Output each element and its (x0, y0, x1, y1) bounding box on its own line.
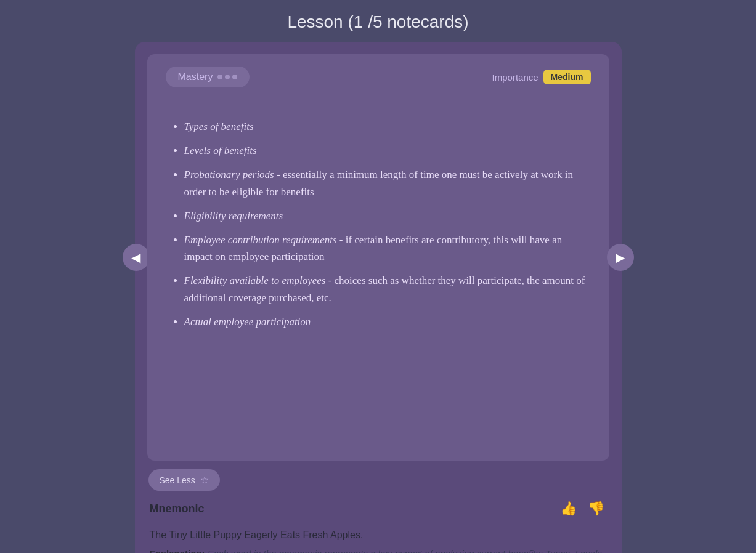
list-item: Flexibility available to employees - cho… (184, 272, 591, 305)
see-less-label: See Less (160, 475, 195, 485)
explanation-text: Each word in the mnemonic represents a k… (150, 548, 604, 553)
next-button[interactable]: ▶ (607, 244, 634, 271)
list-item: Levels of benefits (184, 142, 591, 159)
mnemonic-text: The Tiny Little Puppy Eagerly Eats Fresh… (150, 530, 607, 541)
list-item: Types of benefits (184, 118, 591, 135)
explanation-label: Explanation: (150, 548, 205, 553)
page-title: Lesson (1 /5 notecards) (287, 12, 468, 32)
mastery-dot-3 (232, 75, 237, 79)
thumbs-up-icon: 👍 (560, 501, 577, 516)
list-item: Eligibility requirements (184, 208, 591, 224)
mastery-label: Mastery (178, 71, 213, 83)
star-icon: ☆ (200, 474, 209, 486)
next-arrow-icon: ▶ (616, 250, 625, 265)
list-item: Actual employee participation (184, 313, 591, 330)
thumbs-down-button[interactable]: 👎 (585, 499, 607, 518)
mastery-dot-1 (217, 75, 222, 79)
importance-area: Importance Medium (492, 70, 591, 84)
mnemonic-actions: 👍 👎 (558, 499, 607, 518)
card-header: Mastery Importance Medium (166, 67, 591, 87)
mastery-dot-2 (225, 75, 230, 79)
mnemonic-explanation: Explanation: Each word in the mnemonic r… (150, 547, 607, 553)
mnemonic-title: Mnemonic (150, 503, 205, 515)
card-wrapper: ◀ Mastery Importance Medium (147, 54, 609, 461)
prev-arrow-icon: ◀ (131, 250, 140, 265)
thumbs-up-button[interactable]: 👍 (558, 499, 579, 518)
bottom-bar: See Less ☆ (147, 469, 609, 491)
importance-value: Medium (543, 70, 591, 84)
prev-button[interactable]: ◀ (123, 244, 150, 271)
mnemonic-section: Mnemonic 👍 👎 The Tiny Little Puppy Eager… (147, 494, 609, 553)
see-less-button[interactable]: See Less ☆ (148, 469, 220, 491)
list-item: Employee contribution requirements - if … (184, 232, 591, 265)
mastery-dots (217, 75, 237, 79)
thumbs-down-icon: 👎 (588, 501, 604, 516)
list-item: Probationary periods - essentially a min… (184, 166, 591, 200)
card-area: Mastery Importance Medium Types of benef… (147, 54, 609, 461)
mastery-badge: Mastery (166, 67, 250, 87)
card-list: Types of benefitsLevels of benefitsProba… (166, 118, 591, 330)
importance-label: Importance (492, 72, 539, 83)
card-content: Types of benefitsLevels of benefitsProba… (166, 106, 591, 330)
outer-container: ◀ Mastery Importance Medium (135, 42, 622, 553)
mnemonic-header: Mnemonic 👍 👎 (150, 494, 607, 523)
